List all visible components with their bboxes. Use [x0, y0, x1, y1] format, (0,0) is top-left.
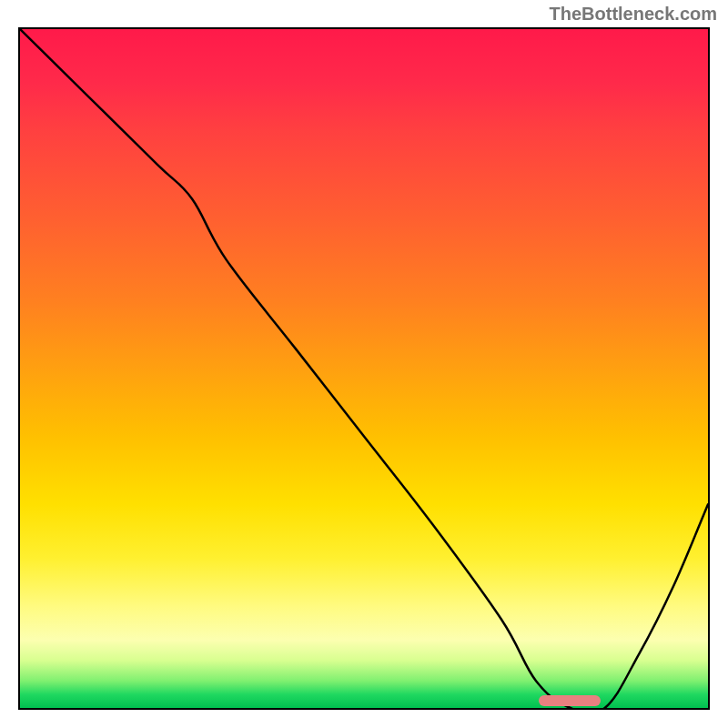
- watermark-text: TheBottleneck.com: [550, 4, 717, 25]
- chart-container: TheBottleneck.com: [0, 0, 728, 728]
- bottleneck-line: [20, 29, 708, 708]
- optimal-zone-marker: [539, 695, 601, 706]
- plot-area: [18, 27, 710, 710]
